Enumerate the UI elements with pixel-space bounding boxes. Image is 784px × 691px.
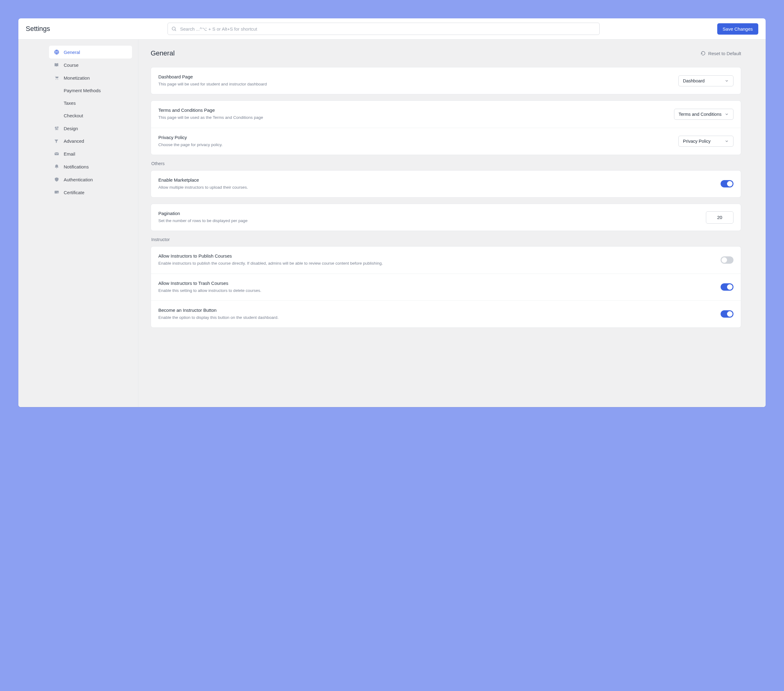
certificate-icon <box>54 190 59 195</box>
sidebar-sub-checkout[interactable]: Checkout <box>49 109 132 122</box>
svg-point-5 <box>58 79 58 80</box>
toggle-become-instructor[interactable] <box>721 310 733 318</box>
search-wrap <box>56 23 711 35</box>
svg-rect-12 <box>54 153 59 155</box>
page-title: Settings <box>26 25 50 33</box>
row-title: Privacy Policy <box>158 135 671 140</box>
sidebar: General Course Monetization Payment Meth… <box>18 40 138 407</box>
sidebar-sub-payment-methods[interactable]: Payment Methods <box>49 84 132 97</box>
globe-icon <box>54 49 59 55</box>
row-desc: Allow multiple instructors to upload the… <box>158 185 713 191</box>
reset-label: Reset to Default <box>708 51 741 56</box>
chevron-down-icon <box>725 139 729 143</box>
main: General Reset to Default Dashboard Page … <box>138 40 766 407</box>
sidebar-item-design[interactable]: Design <box>49 122 132 135</box>
input-pagination[interactable] <box>706 211 733 224</box>
funnel-icon <box>54 139 59 143</box>
row-title: Pagination <box>158 211 698 216</box>
search-icon <box>171 26 177 31</box>
sidebar-item-label: Notifications <box>64 164 89 169</box>
search-input[interactable] <box>168 23 600 35</box>
mail-icon <box>54 151 59 157</box>
select-value: Privacy Policy <box>683 139 710 143</box>
sidebar-sub-taxes[interactable]: Taxes <box>49 97 132 109</box>
section-label-others: Others <box>151 161 741 166</box>
toggle-marketplace[interactable] <box>721 180 733 188</box>
row-title: Enable Marketplace <box>158 177 713 183</box>
svg-point-10 <box>56 129 57 130</box>
main-header: General Reset to Default <box>151 49 741 57</box>
row-title: Become an Instructor Button <box>158 308 713 313</box>
section-label-instructor: Instructor <box>151 237 741 242</box>
sidebar-item-label: Course <box>64 63 78 68</box>
sliders-icon <box>54 125 59 131</box>
row-terms: Terms and Conditions Page This page will… <box>151 101 741 127</box>
bell-icon <box>54 164 59 169</box>
select-value: Terms and Conditions <box>679 112 721 117</box>
row-desc: Enable this setting to allow instructors… <box>158 288 713 294</box>
card-marketplace: Enable Marketplace Allow multiple instru… <box>151 170 741 198</box>
row-desc: This page will be used as the Terms and … <box>158 115 667 121</box>
row-title: Allow Instructors to Trash Courses <box>158 280 713 286</box>
svg-point-4 <box>56 79 56 80</box>
sidebar-item-notifications[interactable]: Notifications <box>49 160 132 173</box>
sidebar-item-monetization[interactable]: Monetization <box>49 71 132 84</box>
refresh-icon <box>701 51 706 56</box>
select-dashboard-page[interactable]: Dashboard <box>679 75 733 86</box>
row-desc: Enable the option to display this button… <box>158 315 713 321</box>
sidebar-item-course[interactable]: Course <box>49 58 132 71</box>
svg-point-15 <box>57 193 58 194</box>
save-button[interactable]: Save Changes <box>717 23 758 35</box>
sidebar-item-authentication[interactable]: Authentication <box>49 173 132 186</box>
row-dashboard-page: Dashboard Page This page will be used fo… <box>151 68 741 94</box>
row-desc: Enable instructors to publish the course… <box>158 261 713 267</box>
svg-line-1 <box>175 30 176 31</box>
toggle-trash[interactable] <box>721 283 733 291</box>
chevron-down-icon <box>725 112 729 116</box>
body: General Course Monetization Payment Meth… <box>18 40 766 407</box>
sidebar-item-email[interactable]: Email <box>49 147 132 160</box>
sidebar-item-label: Advanced <box>64 139 84 143</box>
toggle-publish[interactable] <box>721 256 733 264</box>
svg-point-0 <box>172 27 176 30</box>
shield-icon <box>54 177 59 182</box>
sidebar-item-label: General <box>64 49 80 55</box>
card-instructor: Allow Instructors to Publish Courses Ena… <box>151 246 741 328</box>
row-privacy: Privacy Policy Choose the page for priva… <box>151 128 741 155</box>
sidebar-item-label: Design <box>64 126 78 131</box>
chevron-down-icon <box>725 79 729 83</box>
row-desc: Set the number of rows to be displayed p… <box>158 218 698 224</box>
row-marketplace: Enable Marketplace Allow multiple instru… <box>151 171 741 197</box>
row-title: Terms and Conditions Page <box>158 107 667 113</box>
cart-icon <box>54 75 59 81</box>
row-title: Dashboard Page <box>158 74 671 79</box>
svg-point-9 <box>55 127 56 128</box>
sidebar-item-advanced[interactable]: Advanced <box>49 135 132 147</box>
card-dashboard: Dashboard Page This page will be used fo… <box>151 67 741 94</box>
row-title: Allow Instructors to Publish Courses <box>158 253 713 259</box>
row-publish: Allow Instructors to Publish Courses Ena… <box>151 247 741 273</box>
reset-button[interactable]: Reset to Default <box>701 51 741 56</box>
row-pagination: Pagination Set the number of rows to be … <box>151 204 741 231</box>
sidebar-item-label: Authentication <box>64 177 93 182</box>
topbar: Settings Save Changes <box>18 18 766 40</box>
row-desc: This page will be used for student and i… <box>158 81 671 87</box>
sidebar-item-label: Email <box>64 151 75 157</box>
row-become-instructor: Become an Instructor Button Enable the o… <box>151 300 741 327</box>
row-desc: Choose the page for privacy policy. <box>158 142 671 148</box>
svg-point-11 <box>57 127 58 128</box>
book-icon <box>54 62 59 68</box>
search-box <box>168 23 600 35</box>
select-value: Dashboard <box>683 78 705 83</box>
sidebar-item-label: Monetization <box>64 75 90 81</box>
app-window: Settings Save Changes General <box>18 18 766 407</box>
select-privacy[interactable]: Privacy Policy <box>679 136 733 147</box>
card-pagination: Pagination Set the number of rows to be … <box>151 204 741 231</box>
sidebar-item-certificate[interactable]: Certificate <box>49 186 132 199</box>
select-terms[interactable]: Terms and Conditions <box>674 109 733 120</box>
card-terms: Terms and Conditions Page This page will… <box>151 101 741 155</box>
sidebar-item-label: Certificate <box>64 190 84 195</box>
row-trash: Allow Instructors to Trash Courses Enabl… <box>151 274 741 300</box>
sidebar-item-general[interactable]: General <box>49 46 132 58</box>
main-title: General <box>151 49 175 57</box>
